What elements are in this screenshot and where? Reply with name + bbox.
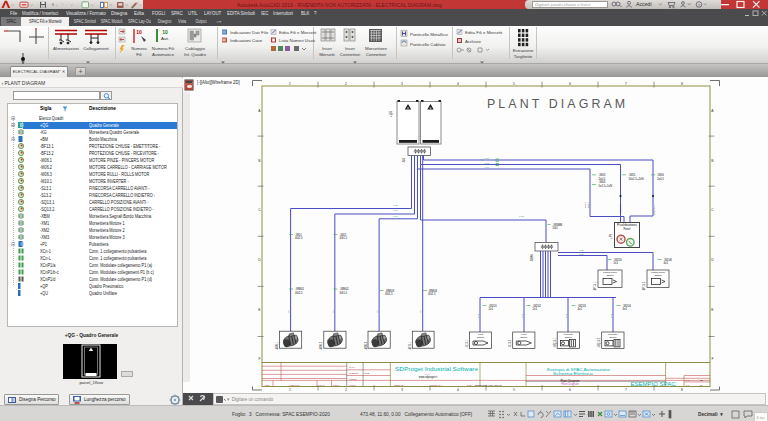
svg-text:5: 5: [513, 82, 515, 86]
svg-text:Switch: Switch: [520, 336, 528, 339]
svg-text:ITALY: ITALY: [425, 373, 431, 375]
svg-text:Connettori: Connettori: [366, 52, 386, 57]
svg-text:Switch: Switch: [609, 336, 617, 339]
svg-text:Indicazioni Dati Filo: Indicazioni Dati Filo: [230, 30, 269, 35]
svg-text:MODIFICA: MODIFICA: [289, 384, 301, 387]
svg-text:4x1: 4x1: [623, 307, 628, 311]
svg-text:-XG: -XG: [402, 157, 406, 163]
svg-text:FLE: FLE: [467, 384, 472, 387]
svg-text:Fili: Fili: [136, 52, 142, 57]
svg-text:10B: 10B: [477, 313, 480, 318]
svg-text:Collegamenti: Collegamenti: [83, 46, 109, 51]
svg-text:2x1: 2x1: [489, 307, 494, 311]
svg-text:F: F: [258, 357, 260, 361]
svg-text:-BF13.2: -BF13.2: [642, 281, 646, 291]
svg-text:M.C.: M.C.: [365, 372, 370, 375]
svg-text:+QG: +QG: [389, 110, 393, 117]
svg-text:10: 10: [136, 29, 142, 35]
svg-text:DATA: DATA: [320, 384, 326, 387]
svg-text:Ponticello Metallico: Ponticello Metallico: [410, 32, 448, 37]
svg-text:D: D: [711, 258, 714, 262]
svg-text:10B: 10B: [579, 249, 584, 252]
svg-text:Switch: Switch: [606, 274, 614, 277]
svg-text:Switch: Switch: [654, 274, 662, 277]
svg-text:1B: 1B: [376, 310, 379, 313]
svg-text:B: B: [711, 159, 714, 163]
svg-text:4G2.5: 4G2.5: [295, 236, 303, 240]
svg-text:2: 2: [345, 388, 347, 392]
svg-text:F: F: [711, 357, 713, 361]
svg-text:Inser: Inser: [345, 46, 355, 51]
svg-text:4: 4: [457, 388, 459, 392]
svg-text:Numera Fili: Numera Fili: [152, 46, 174, 51]
svg-text:E: E: [258, 308, 261, 312]
svg-text:6: 6: [569, 82, 571, 86]
svg-text:-M06.3: -M06.3: [364, 341, 368, 350]
svg-text:Accedi: Accedi: [636, 1, 652, 7]
svg-text:-M10.1: -M10.1: [408, 341, 412, 350]
svg-text:1: 1: [289, 388, 291, 392]
svg-text:2: 2: [345, 82, 347, 86]
svg-text:8: 8: [681, 388, 683, 392]
svg-text:SDProget Industrial Software: SDProget Industrial Software: [395, 367, 478, 372]
svg-text:3: 3: [401, 388, 403, 392]
svg-text:-M06.2: -M06.2: [319, 341, 323, 350]
svg-text:Plant Diagram: Plant Diagram: [561, 382, 579, 386]
svg-text:Ponticello Cablato: Ponticello Cablato: [410, 42, 446, 47]
svg-text:C: C: [258, 208, 261, 212]
svg-text:Automatico: Automatico: [152, 52, 175, 57]
svg-text:4: 4: [457, 82, 459, 86]
svg-text:4G2.5: 4G2.5: [295, 291, 303, 295]
svg-text:Schema Elettrico: Schema Elettrico: [553, 372, 593, 376]
svg-text:VISTO: VISTO: [349, 378, 356, 381]
svg-text:1.05: 1.05: [485, 162, 490, 165]
svg-text:4G1.5: 4G1.5: [340, 291, 348, 295]
svg-text:APPR.: APPR.: [349, 384, 357, 387]
svg-text:Connettori: Connettori: [340, 52, 360, 57]
svg-text:5: 5: [513, 388, 515, 392]
svg-text:Indicazioni Cave: Indicazioni Cave: [230, 38, 263, 43]
svg-text:E: E: [711, 308, 714, 312]
svg-text:3: 3: [401, 82, 403, 86]
svg-text:Edita Fili e Morsetti: Edita Fili e Morsetti: [279, 30, 316, 35]
svg-text:A: A: [258, 109, 261, 113]
svg-text:5x1.5+1xN: 5x1.5+1xN: [599, 184, 612, 188]
svg-text:4x1: 4x1: [578, 307, 583, 311]
svg-text:1.04: 1.04: [485, 166, 490, 169]
svg-text:10: 10: [162, 29, 168, 35]
svg-text:2x0.5: 2x0.5: [657, 177, 664, 181]
svg-text:DATA: DATA: [349, 366, 355, 369]
svg-text:Numera: Numera: [131, 46, 147, 51]
svg-text:www.sdproget.it: www.sdproget.it: [419, 375, 438, 379]
svg-text:1.01: 1.01: [393, 209, 398, 212]
svg-text:ESEMPIO SPAC: ESEMPIO SPAC: [631, 381, 676, 387]
svg-text:B: B: [258, 159, 261, 163]
svg-text:1.00: 1.00: [393, 215, 398, 218]
svg-text:4G1.5: 4G1.5: [428, 292, 436, 296]
svg-text:XCnP1/b-c: XCnP1/b-c: [653, 204, 655, 215]
svg-text:-S13.1: -S13.1: [465, 339, 469, 347]
svg-text:Switch: Switch: [477, 336, 485, 339]
svg-text:10B: 10B: [565, 313, 568, 318]
svg-text:XCn-I: XCn-I: [587, 202, 589, 208]
svg-text:1.02: 1.02: [393, 204, 398, 207]
svg-text:1.06: 1.06: [485, 157, 490, 160]
svg-text:1: 1: [289, 82, 291, 86]
svg-text:2x1: 2x1: [614, 261, 619, 265]
svg-text:Panel: Panel: [624, 227, 631, 231]
svg-text:Archivio: Archivio: [465, 39, 481, 44]
svg-text:A: A: [711, 109, 714, 113]
svg-text:4G1.5: 4G1.5: [385, 292, 393, 296]
svg-text:4G1.5: 4G1.5: [340, 236, 348, 240]
svg-text:-SQ13.1: -SQ13.1: [553, 337, 557, 347]
svg-text:Cablaggio: Cablaggio: [185, 46, 205, 51]
svg-text:-BF13.1: -BF13.1: [593, 281, 597, 291]
svg-text:Morsettiere: Morsettiere: [365, 46, 388, 51]
svg-text:SOST. DA.: SOST. DA.: [431, 384, 443, 387]
svg-text:1B: 1B: [419, 310, 422, 313]
svg-text:1.03: 1.03: [519, 215, 524, 218]
svg-text:SOST. B.: SOST. B.: [394, 384, 404, 387]
svg-text:PLANT DIAGRAM: PLANT DIAGRAM: [487, 97, 628, 111]
svg-text:Alimentazioni: Alimentazioni: [53, 46, 79, 51]
svg-text:REV.: REV.: [265, 384, 271, 387]
